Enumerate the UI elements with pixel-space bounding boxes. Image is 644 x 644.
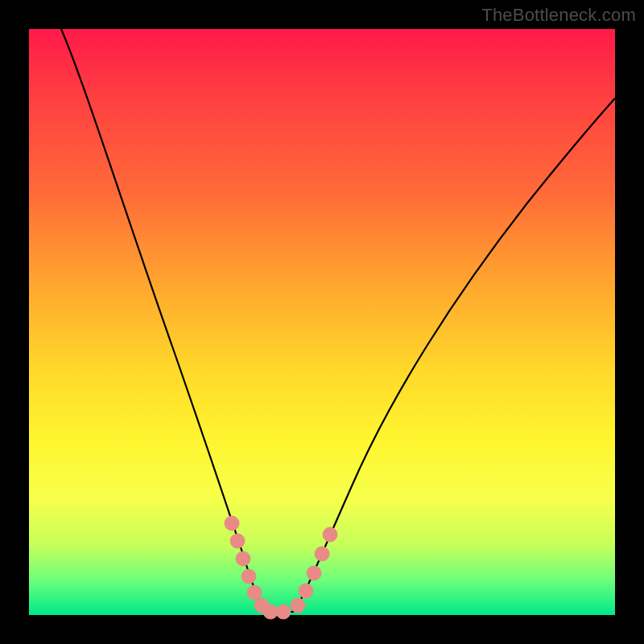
bead-marker bbox=[315, 547, 329, 561]
curve-layer bbox=[29, 29, 615, 615]
attribution-text: TheBottleneck.com bbox=[481, 5, 636, 26]
bead-marker bbox=[247, 585, 262, 600]
plot-area bbox=[29, 29, 615, 615]
bead-marker bbox=[236, 551, 250, 566]
bead-marker bbox=[299, 584, 313, 598]
bead-marker bbox=[230, 534, 245, 548]
bead-marker bbox=[225, 516, 239, 530]
bead-marker bbox=[307, 566, 321, 580]
bead-marker bbox=[242, 569, 256, 584]
bead-marker bbox=[276, 605, 291, 619]
bead-marker bbox=[263, 605, 278, 619]
outer-frame: TheBottleneck.com bbox=[0, 0, 644, 644]
bead-marker bbox=[291, 598, 305, 613]
bottleneck-curve bbox=[61, 29, 615, 612]
bead-marker bbox=[323, 527, 337, 542]
